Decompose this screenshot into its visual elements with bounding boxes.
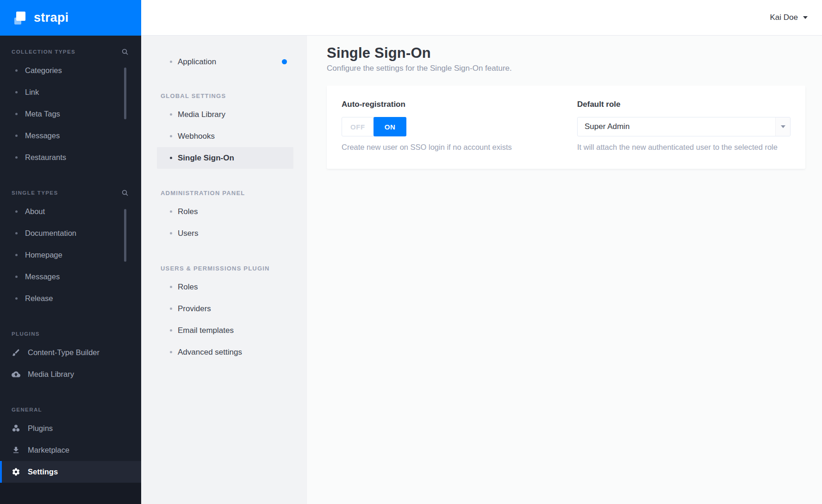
bullet-icon — [15, 91, 18, 93]
administration-panel-heading: ADMINISTRATION PANEL — [141, 185, 307, 201]
general-heading: GENERAL — [12, 407, 42, 412]
sidebar-item-label: Marketplace — [28, 446, 69, 455]
sidebar-item-content-type-builder[interactable]: Content-Type Builder — [0, 342, 141, 363]
select-caret-icon — [775, 117, 790, 136]
bullet-icon — [15, 135, 18, 137]
section-plugins: PLUGINS Content-Type Builder Media Libra… — [0, 326, 141, 385]
toggle-on-button[interactable]: ON — [374, 117, 406, 136]
bullet-icon — [15, 156, 18, 159]
sidebar-item-messages[interactable]: Messages — [0, 125, 141, 147]
sidebar-item-label: Link — [25, 88, 39, 97]
sidebar-item-label: About — [25, 207, 45, 216]
app-root: strapi COLLECTION TYPES Categories Link … — [0, 0, 822, 504]
subnav-section-administration-panel: ADMINISTRATION PANEL Roles Users — [141, 185, 307, 244]
search-icon[interactable] — [121, 48, 129, 55]
collection-types-heading: COLLECTION TYPES — [12, 49, 75, 55]
plugins-heading: PLUGINS — [12, 331, 40, 337]
notification-dot — [282, 59, 287, 64]
auto-registration-toggle[interactable]: OFF ON — [342, 117, 406, 136]
sidebar-item-label: Messages — [25, 272, 60, 281]
subnav-item-advanced-settings[interactable]: Advanced settings — [141, 341, 307, 363]
settings-subnav: Application GLOBAL SETTINGS Media Librar… — [141, 36, 308, 504]
section-collection-types: COLLECTION TYPES Categories Link Meta Ta… — [0, 36, 141, 168]
subnav-item-label: Webhooks — [178, 132, 215, 141]
sidebar-item-media-library[interactable]: Media Library — [0, 363, 141, 385]
default-role-value: Super Admin — [585, 122, 629, 131]
sidebar-item-documentation[interactable]: Documentation — [0, 222, 141, 244]
page-subtitle: Configure the settings for the Single Si… — [327, 64, 805, 73]
sidebar-item-label: Release — [25, 294, 53, 303]
sidebar-item-label: Settings — [28, 467, 58, 476]
bullet-icon — [15, 254, 18, 256]
bullet-icon — [15, 297, 18, 300]
bullet-icon — [170, 113, 172, 116]
main-content: Single Sign-On Configure the settings fo… — [308, 36, 822, 504]
brand-name: strapi — [34, 11, 68, 25]
body-row: Application GLOBAL SETTINGS Media Librar… — [141, 36, 822, 504]
sidebar-item-marketplace[interactable]: Marketplace — [0, 439, 141, 461]
bullet-icon — [170, 61, 172, 63]
sidebar-item-about[interactable]: About — [0, 201, 141, 222]
bullet-icon — [170, 232, 172, 234]
toggle-off-button[interactable]: OFF — [342, 117, 374, 136]
sidebar-item-label: Meta Tags — [25, 110, 60, 118]
subnav-item-providers[interactable]: Providers — [141, 298, 307, 320]
sidebar-item-link[interactable]: Link — [0, 81, 141, 103]
cubes-icon — [12, 424, 20, 433]
default-role-field: Default role Super Admin It will attach … — [577, 100, 791, 169]
page-title: Single Sign-On — [327, 45, 805, 61]
bullet-icon — [170, 135, 172, 137]
sidebar-item-label: Media Library — [28, 370, 74, 379]
bullet-icon — [15, 276, 18, 278]
sidebar-item-meta-tags[interactable]: Meta Tags — [0, 103, 141, 125]
sidebar-item-label: Content-Type Builder — [28, 348, 100, 357]
collection-types-scrollbar[interactable] — [124, 68, 126, 119]
subnav-item-label: Roles — [178, 283, 198, 292]
subnav-item-single-sign-on[interactable]: Single Sign-On — [157, 147, 293, 169]
default-role-label: Default role — [577, 100, 791, 109]
subnav-item-label: Media Library — [178, 110, 225, 119]
section-general: GENERAL Plugins Marketplace Settings — [0, 402, 141, 483]
bullet-icon — [15, 232, 18, 234]
sidebar-item-label: Plugins — [28, 424, 53, 433]
single-types-scrollbar[interactable] — [124, 209, 126, 262]
subnav-item-up-roles[interactable]: Roles — [141, 276, 307, 298]
bullet-icon — [170, 351, 172, 353]
sidebar-item-release[interactable]: Release — [0, 288, 141, 309]
right-panel: Kai Doe Application GLOBAL SETTINGS Medi… — [141, 0, 822, 504]
search-icon[interactable] — [121, 189, 129, 197]
subnav-item-admin-users[interactable]: Users — [141, 222, 307, 244]
strapi-logo[interactable]: strapi — [0, 0, 141, 36]
default-role-select[interactable]: Super Admin — [577, 117, 791, 136]
sidebar-item-categories[interactable]: Categories — [0, 60, 141, 81]
bullet-icon — [170, 307, 172, 310]
section-single-types: SINGLE TYPES About Documentation Homepag… — [0, 185, 141, 309]
topbar: Kai Doe — [141, 0, 822, 36]
sidebar-item-plugins[interactable]: Plugins — [0, 418, 141, 439]
subnav-item-email-templates[interactable]: Email templates — [141, 320, 307, 341]
sidebar-item-settings[interactable]: Settings — [0, 461, 141, 483]
user-name: Kai Doe — [770, 13, 798, 22]
sidebar-item-label: Messages — [25, 131, 60, 140]
bullet-icon — [170, 286, 172, 288]
download-icon — [12, 446, 20, 455]
single-types-heading: SINGLE TYPES — [12, 190, 58, 196]
subnav-item-label: Providers — [178, 304, 211, 313]
sidebar-item-messages-single[interactable]: Messages — [0, 266, 141, 288]
gear-icon — [12, 467, 20, 476]
bullet-icon — [15, 69, 18, 72]
auto-registration-field: Auto-registration OFF ON Create new user… — [342, 100, 555, 169]
subnav-item-media-library[interactable]: Media Library — [141, 104, 307, 125]
sidebar-item-homepage[interactable]: Homepage — [0, 244, 141, 266]
auto-registration-hint: Create new user on SSO login if no accou… — [342, 143, 555, 152]
subnav-item-label: Users — [178, 229, 198, 238]
subnav-item-admin-roles[interactable]: Roles — [141, 201, 307, 222]
user-menu[interactable]: Kai Doe — [770, 13, 808, 22]
strapi-logo-icon — [13, 11, 27, 25]
caret-down-icon — [803, 16, 808, 19]
bullet-icon — [170, 157, 172, 159]
default-role-hint: It will attach the new authenticated use… — [577, 143, 791, 152]
subnav-item-webhooks[interactable]: Webhooks — [141, 125, 307, 147]
sidebar-item-restaurants[interactable]: Restaurants — [0, 147, 141, 168]
subnav-item-application[interactable]: Application — [141, 51, 307, 73]
